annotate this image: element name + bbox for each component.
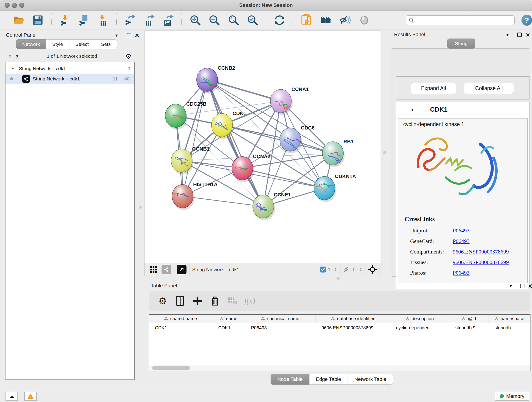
network-row[interactable]: String Network – cdk1 11 48 bbox=[6, 74, 134, 84]
crosslink-link[interactable]: P06493 bbox=[453, 270, 469, 276]
tab-node-table[interactable]: Node Table bbox=[271, 374, 309, 385]
tab-network[interactable]: Network bbox=[16, 39, 46, 49]
open-in-new-window-icon[interactable] bbox=[177, 265, 186, 274]
collapse-all-networks-icon[interactable]: » bbox=[7, 55, 14, 58]
column-header-name[interactable]: name bbox=[212, 315, 245, 323]
delete-column-icon[interactable] bbox=[209, 294, 221, 307]
tab-sets[interactable]: Sets bbox=[95, 39, 117, 49]
collapse-panel-icon[interactable]: ▾ bbox=[510, 283, 512, 289]
protein-description: cyclin-dependent kinase 1 bbox=[403, 121, 464, 128]
close-panel-icon[interactable]: ✕ bbox=[526, 32, 530, 38]
edge-CCNB2-CCNE1[interactable] bbox=[207, 80, 263, 206]
create-column-icon[interactable] bbox=[191, 294, 204, 307]
table-options-gear-icon[interactable]: ⚙ bbox=[156, 294, 169, 307]
edge-CDK1-RB1[interactable] bbox=[222, 125, 333, 153]
node-CDC25B[interactable] bbox=[165, 104, 186, 128]
table-panel: Table Panel ▾ ✕ ⚙ f(x) shared namenameca… bbox=[146, 281, 532, 387]
node-label-CDKN1A: CDKN1A bbox=[335, 173, 356, 179]
close-panel-icon[interactable]: ✕ bbox=[528, 283, 532, 289]
close-panel-icon[interactable]: ✕ bbox=[135, 33, 139, 38]
float-panel-icon[interactable] bbox=[517, 32, 522, 37]
memory-button[interactable]: Memory bbox=[495, 392, 529, 401]
node-CCNE1[interactable] bbox=[253, 195, 274, 218]
protein-header-row[interactable]: ▾ CDK1 bbox=[396, 102, 529, 117]
toolbar-separator bbox=[266, 13, 266, 27]
show-columns-icon[interactable] bbox=[174, 294, 186, 307]
table-horizontal-scrollbar[interactable] bbox=[149, 365, 530, 370]
export-network-icon[interactable] bbox=[124, 14, 136, 27]
tab-edge-table[interactable]: Edge Table bbox=[309, 374, 348, 385]
network-share-view-icon[interactable] bbox=[162, 265, 171, 274]
right-splitter-handle[interactable] bbox=[383, 151, 386, 154]
selected-checkbox-icon[interactable] bbox=[320, 266, 326, 273]
crosslink-link[interactable]: 9606.ENSP00000378699 bbox=[453, 249, 509, 255]
crosslink-link[interactable]: P06493 bbox=[453, 228, 469, 234]
delete-table-icon[interactable] bbox=[226, 294, 239, 307]
help-icon[interactable]: ? bbox=[521, 15, 532, 26]
home-icon[interactable] bbox=[319, 14, 332, 27]
column-header-database-identifier[interactable]: database identifier bbox=[316, 315, 390, 323]
float-panel-icon[interactable] bbox=[127, 33, 131, 37]
collapse-panel-icon[interactable]: ▾ bbox=[115, 32, 118, 38]
crosslink-label: GeneCard: bbox=[410, 238, 453, 244]
float-panel-icon[interactable] bbox=[520, 284, 525, 288]
open-session-icon[interactable] bbox=[13, 14, 25, 27]
grid-view-icon[interactable] bbox=[150, 266, 157, 274]
zoom-selected-icon[interactable] bbox=[246, 14, 259, 27]
left-splitter-handle[interactable] bbox=[139, 206, 142, 209]
collapse-protein-icon[interactable]: ▾ bbox=[411, 107, 413, 112]
crosslink-row: Compartments:9606.ENSP00000378699 bbox=[410, 246, 525, 257]
zoom-in-icon[interactable] bbox=[189, 14, 201, 27]
tab-string[interactable]: String bbox=[447, 38, 475, 49]
node-HIST1H1A[interactable] bbox=[172, 185, 193, 208]
node-CDKN1A[interactable] bbox=[314, 177, 335, 200]
export-image-icon[interactable] bbox=[162, 14, 174, 27]
scrollbar-thumb[interactable] bbox=[152, 366, 190, 370]
show-hide-glass-icon[interactable] bbox=[339, 14, 351, 27]
cloud-status-button[interactable]: ☁ bbox=[6, 392, 18, 401]
crosslink-link[interactable]: 9606.ENSP00000378699 bbox=[453, 259, 509, 265]
import-network-from-database-icon[interactable] bbox=[78, 14, 90, 27]
crosslink-label: Pharos: bbox=[410, 270, 453, 276]
network-options-gear-icon[interactable]: ⚙ bbox=[125, 52, 132, 60]
edge-HIST1H1A-CCNE1[interactable] bbox=[183, 196, 263, 206]
separator bbox=[340, 263, 341, 276]
tab-network-table[interactable]: Network Table bbox=[348, 374, 393, 385]
tree-expander-icon[interactable]: ▾ bbox=[12, 66, 14, 71]
network-collection-row[interactable]: ▾ String Network – cdk1 1 bbox=[6, 63, 134, 74]
import-network-icon[interactable] bbox=[59, 14, 71, 27]
crosslinks-heading: CrossLinks bbox=[405, 216, 435, 223]
apply-layout-icon[interactable] bbox=[273, 14, 285, 27]
column-header--id[interactable]: @id bbox=[449, 315, 488, 323]
eye-disabled-icon[interactable] bbox=[358, 14, 370, 27]
zoom-out-icon[interactable] bbox=[208, 14, 220, 27]
column-header-canonical-name[interactable]: canonical name bbox=[245, 315, 316, 323]
column-header-description[interactable]: description bbox=[390, 315, 450, 323]
collapse-panel-icon[interactable]: ▾ bbox=[506, 32, 509, 38]
table-row[interactable]: CDK1CDK1P064939606.ENSP00000378699cyclin… bbox=[149, 323, 530, 332]
tab-select[interactable]: Select bbox=[69, 39, 95, 49]
search-input[interactable] bbox=[414, 18, 511, 23]
warnings-button[interactable] bbox=[24, 392, 37, 401]
network-canvas[interactable]: CCNB2CCNA1CDC25BCDK1CDC6RB1CCNB1CCNA2CDK… bbox=[144, 31, 381, 263]
column-header-namespace[interactable]: namespace bbox=[488, 315, 530, 323]
tab-style[interactable]: Style bbox=[46, 39, 69, 49]
import-table-icon[interactable] bbox=[97, 14, 109, 27]
expand-all-button[interactable]: Expand All bbox=[411, 83, 456, 94]
zoom-fit-icon[interactable] bbox=[227, 14, 239, 27]
search-field[interactable] bbox=[406, 15, 515, 25]
function-builder-icon[interactable]: f(x) bbox=[243, 294, 256, 307]
crosslink-link[interactable]: P06493 bbox=[453, 238, 469, 244]
horizontal-splitter-handle[interactable] bbox=[336, 277, 340, 280]
export-table-icon[interactable] bbox=[143, 14, 155, 27]
edge-count: 48 bbox=[124, 76, 130, 82]
save-session-icon[interactable] bbox=[32, 14, 44, 27]
birds-eye-view-icon[interactable] bbox=[368, 265, 377, 274]
collapse-all-button[interactable]: Collapse All bbox=[464, 83, 514, 94]
column-header-shared-name[interactable]: shared name bbox=[149, 315, 212, 323]
expand-all-networks-icon[interactable]: » bbox=[13, 55, 20, 58]
toolbar-separator bbox=[116, 13, 117, 27]
share-document-icon[interactable] bbox=[300, 14, 312, 27]
control-panel-title: Control Panel bbox=[6, 32, 36, 38]
window-title: Session: New Session bbox=[0, 2, 532, 8]
